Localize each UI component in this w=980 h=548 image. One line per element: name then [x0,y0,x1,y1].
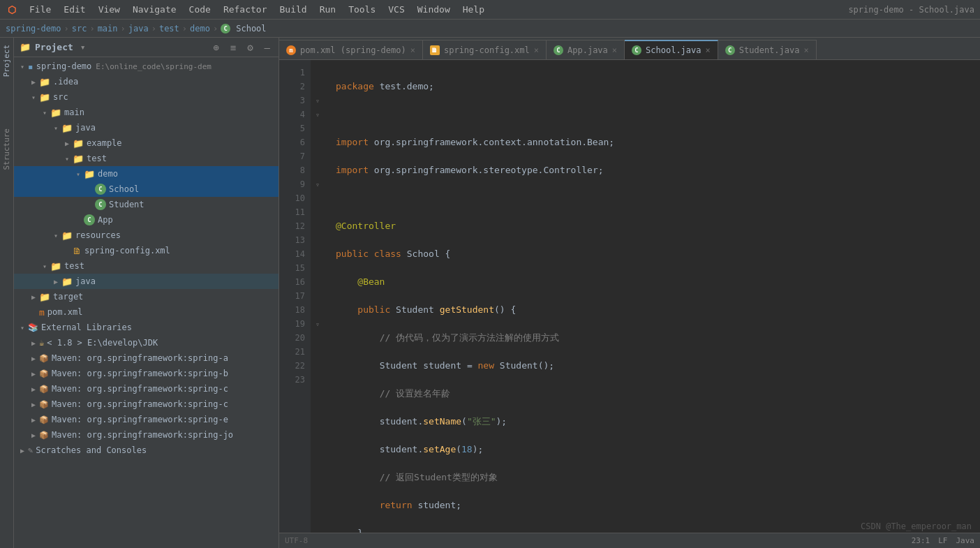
tab-icon-app: C [554,45,563,55]
watermark: CSDN @The_emperoor_man [861,521,972,531]
class-school-icon: C [95,184,106,195]
breadcrumb-java[interactable]: java [128,24,149,34]
panel-hide-btn[interactable]: — [262,40,273,54]
tree-item-pom[interactable]: m pom.xml [14,304,279,320]
line-numbers: 1 2 3 4 5 6 7 8 9 10 11 12 13 14 15 16 1… [279,60,311,533]
gutter-11 [311,205,325,219]
tree-item-school[interactable]: C School [14,182,279,197]
tree-item-maven-2[interactable]: ▶ 📦 Maven: org.springframework:spring-b [14,366,279,381]
menu-run[interactable]: Run [314,3,341,16]
gutter-12 [311,219,325,233]
tree-item-maven-5[interactable]: ▶ 📦 Maven: org.springframework:spring-e [14,412,279,427]
side-tab-structure[interactable]: Structure [1,124,13,175]
menu-refactor[interactable]: Refactor [218,3,273,16]
menu-edit[interactable]: Edit [58,3,91,16]
breadcrumb-src[interactable]: src [72,24,87,34]
breadcrumb-test[interactable]: test [159,24,179,34]
tab-close-app[interactable]: × [612,45,617,55]
tree-item-idea[interactable]: ▶ 📁 .idea [14,74,279,89]
tab-pom[interactable]: m pom.xml (spring-demo) × [279,40,423,59]
tree-item-resources[interactable]: ▾ 📁 resources [14,228,279,243]
gutter-7 [311,149,325,163]
gutter-4[interactable]: ▿ [311,108,325,121]
tab-close-school[interactable]: × [706,45,711,55]
tab-icon-xml: 🗎 [430,45,440,55]
tree-item-test-folder[interactable]: ▾ 📁 test [14,151,279,166]
tree-item-spring-demo[interactable]: ▾ ▪ spring-demo E:\online_code\spring-de… [14,59,279,74]
tree-item-src[interactable]: ▾ 📁 src [14,89,279,105]
breadcrumb-spring-demo[interactable]: spring-demo [6,24,61,34]
ext-libs-icon: 📚 [28,323,38,332]
folder-java-icon: 📁 [61,123,73,133]
breadcrumb-main[interactable]: main [98,24,118,34]
panel-title: Project [35,42,73,52]
menu-navigate[interactable]: Navigate [127,3,182,16]
tree-item-scratches[interactable]: ▶ ✎ Scratches and Consoles [14,443,279,458]
tree-item-maven-6[interactable]: ▶ 📦 Maven: org.springframework:spring-jo [14,427,279,443]
code-content[interactable]: package test.demo; import org.springfram… [325,60,980,533]
code-line-12: // 设置姓名年龄 [336,387,969,401]
gutter-3[interactable]: ▿ [311,94,325,108]
folder-main-icon: 📁 [50,108,61,118]
tree-item-student[interactable]: C Student [14,197,279,212]
tab-close-student[interactable]: × [803,45,808,55]
tab-student[interactable]: C Student.java × [718,40,817,59]
folder-java-test-icon: 📁 [61,276,73,287]
tree-item-app[interactable]: C App [14,212,279,228]
tree-item-java[interactable]: ▾ 📁 java [14,120,279,135]
panel-localize-btn[interactable]: ⊕ [210,40,221,54]
tree-item-example[interactable]: ▶ 📁 example [14,135,279,151]
menu-build[interactable]: Build [274,3,313,16]
panel-collapse-btn[interactable]: ≡ [228,40,239,54]
gutter-14 [311,247,325,261]
status-bar: UTF-8 23:1 LF Java [279,533,980,548]
tree-item-ext-libs[interactable]: ▾ 📚 External Libraries [14,320,279,335]
code-line-10: // 伪代码，仅为了演示方法注解的使用方式 [336,331,969,345]
class-student-icon: C [95,199,106,210]
menu-tools[interactable]: Tools [343,3,381,16]
tab-icon-school: C [632,45,641,55]
menu-file[interactable]: File [24,3,57,16]
gutter-19[interactable]: ▿ [311,317,325,331]
tree-item-maven-3[interactable]: ▶ 📦 Maven: org.springframework:spring-c [14,381,279,397]
tree-item-demo[interactable]: ▾ 📁 demo [14,166,279,182]
menu-window[interactable]: Window [412,3,456,16]
tab-school[interactable]: C School.java × [625,40,718,59]
tree-item-target[interactable]: ▶ 📁 target [14,289,279,304]
code-line-1: package test.demo; [336,80,969,94]
tree-item-maven-4[interactable]: ▶ 📦 Maven: org.springframework:spring-c [14,397,279,412]
tree-item-java-test[interactable]: ▶ 📁 java [14,274,279,289]
code-line-14: student.setAge(18); [336,443,969,457]
tree-item-main[interactable]: ▾ 📁 main [14,105,279,120]
module-icon: ▪ [28,61,34,72]
breadcrumb-demo[interactable]: demo [190,24,210,34]
gutter-9[interactable]: ▿ [311,177,325,191]
side-tab-project[interactable]: Project [1,40,13,81]
menu-view[interactable]: View [93,3,126,16]
tab-label-app: App.java [567,45,608,55]
menu-help[interactable]: Help [457,3,490,16]
tree-item-maven-1[interactable]: ▶ 📦 Maven: org.springframework:spring-a [14,350,279,366]
project-tree: ▾ ▪ spring-demo E:\online_code\spring-de… [14,57,279,548]
code-editor[interactable]: 1 2 3 4 5 6 7 8 9 10 11 12 13 14 15 16 1… [279,60,980,533]
menu-code[interactable]: Code [184,3,216,16]
menu-vcs[interactable]: VCS [383,3,410,16]
tab-app[interactable]: C App.java × [547,40,625,59]
tree-item-test-src[interactable]: ▾ 📁 test [14,258,279,274]
code-line-2 [336,108,969,121]
panel-settings-btn[interactable]: ⚙ [244,40,255,54]
tab-close-spring-config[interactable]: × [534,45,539,55]
folder-idea-icon: 📁 [39,77,50,87]
code-line-4: import org.springframework.stereotype.Co… [336,163,969,177]
tab-close-pom[interactable]: × [410,45,415,55]
folder-resources-icon: 📁 [61,230,73,241]
tree-item-spring-config[interactable]: 🗎 spring-config.xml [14,243,279,258]
tab-spring-config[interactable]: 🗎 spring-config.xml × [423,40,547,59]
folder-test-src-icon: 📁 [50,261,61,272]
tab-label-pom: pom.xml (spring-demo) [300,45,406,55]
code-line-13: student.setName("张三"); [336,415,969,429]
tree-item-jdk[interactable]: ▶ ☕ < 1.8 > E:\develop\JDK [14,335,279,350]
panel-dropdown-icon[interactable]: ▾ [80,42,86,52]
gutter-21 [311,345,325,359]
status-lf: LF [938,536,947,545]
